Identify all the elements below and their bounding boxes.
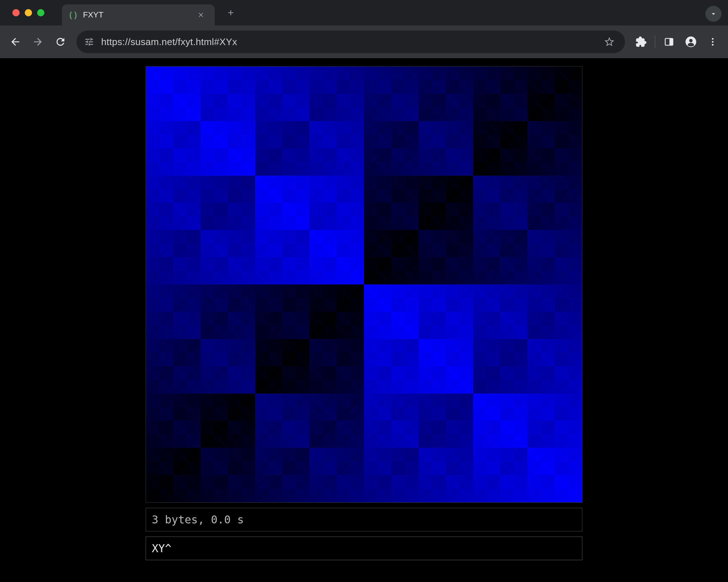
plus-icon (226, 8, 235, 17)
new-tab-button[interactable] (223, 5, 238, 20)
browser-toolbar: https://susam.net/fxyt.html#XYx (0, 25, 728, 58)
back-button[interactable] (5, 32, 25, 52)
chevron-down-icon (709, 10, 717, 18)
toolbar-right (631, 32, 723, 52)
browser-tab[interactable]: ( ) FXYT (62, 4, 215, 25)
profile-button[interactable] (681, 32, 701, 52)
star-icon (604, 36, 615, 48)
svg-point-3 (689, 39, 692, 42)
extensions-button[interactable] (631, 32, 651, 52)
tune-icon (84, 37, 94, 47)
forward-button[interactable] (28, 32, 48, 52)
svg-point-5 (712, 41, 714, 43)
window-maximize-button[interactable] (37, 9, 44, 16)
extensions-icon (636, 36, 646, 47)
window-minimize-button[interactable] (25, 9, 32, 16)
svg-point-6 (712, 44, 714, 46)
fxyt-canvas[interactable] (146, 67, 582, 502)
side-panel-icon (664, 37, 674, 47)
tab-close-button[interactable] (196, 10, 206, 20)
window-controls (12, 9, 44, 16)
tab-search-button[interactable] (705, 6, 721, 22)
arrow-right-icon (32, 36, 44, 48)
page-content: 3 bytes, 0.0 s (0, 58, 728, 582)
kebab-menu-icon (708, 37, 718, 47)
window-close-button[interactable] (12, 9, 20, 16)
svg-rect-1 (669, 39, 673, 45)
side-panel-button[interactable] (659, 32, 679, 52)
code-input[interactable] (146, 537, 582, 560)
canvas-container (146, 66, 582, 503)
bookmark-button[interactable] (602, 35, 616, 49)
address-bar[interactable]: https://susam.net/fxyt.html#XYx (76, 31, 625, 53)
status-bar: 3 bytes, 0.0 s (146, 508, 582, 531)
menu-button[interactable] (703, 32, 723, 52)
reload-icon (55, 36, 66, 48)
tab-title: FXYT (83, 10, 196, 20)
url-text: https://susam.net/fxyt.html#XYx (101, 36, 602, 48)
toolbar-separator (655, 35, 655, 48)
tab-bar: ( ) FXYT (0, 0, 728, 25)
svg-point-4 (712, 38, 714, 40)
site-settings-button[interactable] (82, 35, 96, 49)
code-input-container (146, 537, 582, 560)
profile-icon (685, 36, 697, 48)
browser-chrome: ( ) FXYT https:/ (0, 0, 728, 58)
close-icon (197, 11, 205, 19)
arrow-left-icon (9, 36, 21, 48)
tab-favicon: ( ) (68, 10, 78, 20)
reload-button[interactable] (50, 32, 71, 52)
